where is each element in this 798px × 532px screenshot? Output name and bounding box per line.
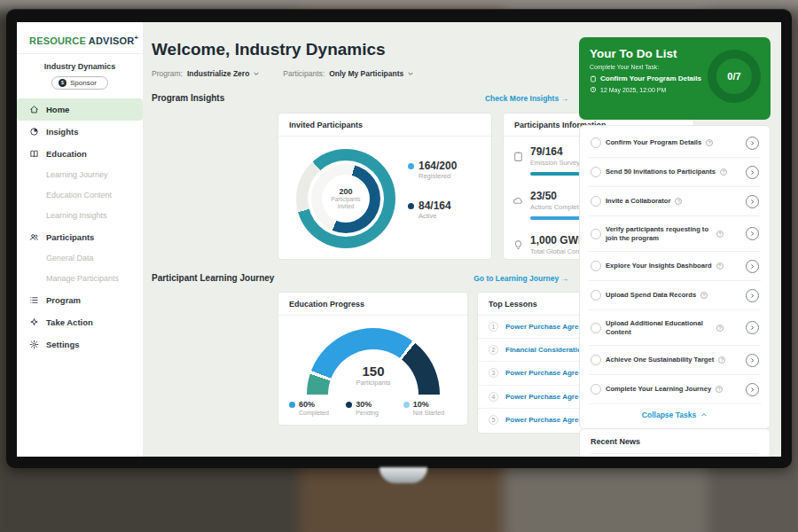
info-icon[interactable]: ? <box>700 292 708 299</box>
sidebar-item-manage-participants[interactable]: Manage Participants <box>17 269 143 289</box>
sidebar-item-learning-journey[interactable]: Learning Journey <box>17 165 143 185</box>
clock-icon <box>590 86 597 93</box>
section-title: Participant Learning Journey <box>152 273 274 283</box>
info-icon[interactable]: ? <box>720 168 727 176</box>
clipboard-icon <box>512 151 524 162</box>
sponsor-icon: $ <box>59 79 66 87</box>
info-icon[interactable]: ? <box>716 325 724 332</box>
task-row: Achieve One Sustainability Target ? <box>589 346 761 375</box>
task-checkbox[interactable] <box>591 384 601 395</box>
task-open-button[interactable] <box>746 289 759 302</box>
chevron-down-icon <box>253 70 260 77</box>
participants-label: Participants: <box>283 69 325 78</box>
program-value: Industrialize Zero <box>187 69 249 78</box>
legend-dot <box>408 203 414 209</box>
task-checkbox[interactable] <box>591 290 601 301</box>
sponsor-badge: $ Sponsor <box>51 76 108 90</box>
program-insights-header: Program Insights Check More Insights → <box>152 93 568 103</box>
chevron-right-icon <box>749 263 755 270</box>
org-name: Industry Dynamics <box>17 62 143 71</box>
task-checkbox[interactable] <box>591 261 601 271</box>
task-open-button[interactable] <box>746 321 759 334</box>
sidebar-item-insights[interactable]: Insights <box>17 121 143 143</box>
task-row: Confirm Your Program Details ? <box>589 129 761 158</box>
todo-column: Your To Do List Complete Your Next Task:… <box>579 22 771 457</box>
arrow-right-icon: → <box>561 94 569 103</box>
dashboard-screen: RESOURCE ADVISOR+ Industry Dynamics $ Sp… <box>17 22 781 457</box>
sidebar-item-program[interactable]: Program <box>17 289 143 311</box>
info-icon[interactable]: ? <box>716 386 723 393</box>
app-logo: RESOURCE ADVISOR+ <box>17 22 143 54</box>
task-open-button[interactable] <box>746 354 759 367</box>
sidebar-item-label: Learning Journey <box>46 170 108 179</box>
logo-primary: RESOURCE <box>29 35 86 46</box>
sidebar-item-label: Program <box>46 295 81 305</box>
sidebar-item-general-data[interactable]: General Data <box>17 248 143 269</box>
recent-news-card: Recent News <box>579 428 771 457</box>
task-checkbox[interactable] <box>591 196 601 207</box>
participants-value: Only My Participants <box>329 69 403 78</box>
task-open-button[interactable] <box>746 383 759 396</box>
sidebar-item-education-content[interactable]: Education Content <box>17 185 143 206</box>
task-checkbox[interactable] <box>591 355 601 365</box>
todo-tasks-card: Confirm Your Program Details ? Send 50 I… <box>579 125 771 429</box>
participants-dropdown[interactable]: Participants: Only My Participants <box>283 69 414 78</box>
chevron-down-icon <box>407 70 414 77</box>
legend-registered: 164/200 Registered <box>408 160 457 180</box>
gear-icon <box>29 340 39 349</box>
sidebar-item-education[interactable]: Education <box>17 143 143 165</box>
task-open-button[interactable] <box>746 195 759 208</box>
task-row: Upload Additional Educational Content ? <box>589 310 761 346</box>
chevron-right-icon <box>749 231 755 237</box>
chevron-right-icon <box>749 199 755 205</box>
filter-bar: Program: Industrialize Zero Participants… <box>152 69 414 78</box>
rank-badge: 1 <box>489 322 498 332</box>
sidebar-nav: Home Insights Education Learning Journey… <box>17 98 143 356</box>
sidebar-item-label: Education Content <box>46 191 112 200</box>
task-checkbox[interactable] <box>591 167 601 177</box>
task-row: Explore Your Insights Dashboard ? <box>589 252 761 281</box>
sidebar-item-label: Manage Participants <box>46 274 119 283</box>
sidebar: RESOURCE ADVISOR+ Industry Dynamics $ Sp… <box>17 22 143 457</box>
sidebar-item-settings[interactable]: Settings <box>17 333 143 356</box>
section-title: Program Insights <box>152 93 224 103</box>
learning-journey-header: Participant Learning Journey Go to Learn… <box>152 273 568 283</box>
invited-donut-chart: 200 Participants Invited <box>296 149 395 248</box>
info-icon[interactable]: ? <box>706 139 713 146</box>
chevron-right-icon <box>749 293 755 299</box>
program-dropdown[interactable]: Program: Industrialize Zero <box>152 69 260 78</box>
collapse-tasks-link[interactable]: Collapse Tasks <box>589 404 761 426</box>
check-more-insights-link[interactable]: Check More Insights → <box>485 94 568 103</box>
page-title: Welcome, Industry Dynamics <box>152 40 386 59</box>
sidebar-item-home[interactable]: Home <box>17 98 143 121</box>
info-icon[interactable]: ? <box>718 356 725 364</box>
task-open-button[interactable] <box>746 137 759 150</box>
sidebar-item-participants[interactable]: Participants <box>17 226 143 248</box>
task-row: Verify participants requesting to join t… <box>589 216 761 252</box>
task-checkbox[interactable] <box>591 137 601 148</box>
task-checkbox[interactable] <box>591 323 601 333</box>
info-icon[interactable]: ? <box>716 262 724 270</box>
sidebar-item-label: Education <box>46 149 87 159</box>
sidebar-item-learning-insights[interactable]: Learning Insights <box>17 206 143 226</box>
home-icon <box>29 105 39 114</box>
insights-icon <box>29 127 39 137</box>
task-open-button[interactable] <box>746 227 759 240</box>
logo-plus: + <box>134 34 138 42</box>
task-row: Upload Spend Data Records ? <box>589 281 761 310</box>
task-open-button[interactable] <box>746 166 759 179</box>
go-to-learning-journey-link[interactable]: Go to Learning Journey → <box>473 274 568 283</box>
invited-participants-card: Invited Participants 200 Participants In… <box>278 113 492 260</box>
gauge-center: 150 Participants <box>307 364 440 387</box>
arrow-right-icon: → <box>561 274 569 283</box>
info-icon[interactable]: ? <box>716 231 724 238</box>
task-checkbox[interactable] <box>591 229 601 239</box>
task-open-button[interactable] <box>746 260 759 273</box>
rank-badge: 5 <box>489 415 498 425</box>
legend-active: 84/164 Active <box>408 200 457 220</box>
info-icon[interactable]: ? <box>675 198 682 205</box>
cloud-icon <box>512 195 524 207</box>
scene: RESOURCE ADVISOR+ Industry Dynamics $ Sp… <box>0 0 798 532</box>
sidebar-item-take-action[interactable]: Take Action <box>17 311 143 333</box>
sidebar-item-label: Participants <box>46 232 94 242</box>
